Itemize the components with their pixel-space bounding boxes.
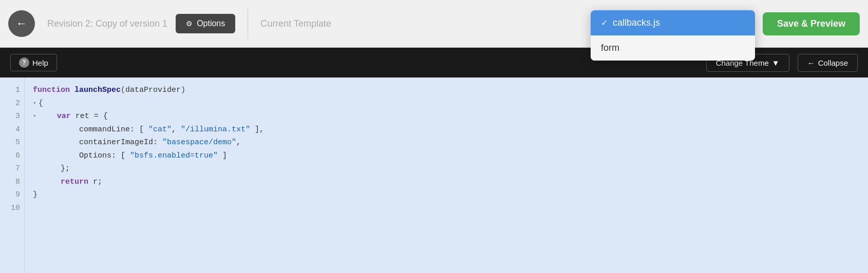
- vertical-separator: [248, 8, 248, 39]
- code-line-8: return r;: [33, 176, 860, 189]
- str-bsfs: "bsfs.enabled=true": [130, 149, 218, 163]
- back-button[interactable]: ←: [8, 10, 35, 37]
- dropdown-item-form[interactable]: form: [591, 35, 755, 61]
- code-line-6: Options: [ "bsfs.enabled=true" ]: [33, 149, 860, 163]
- editor-area: 1 2 3 4 5 6 7 8 9 10 function launchSpec…: [0, 77, 868, 273]
- code-content[interactable]: function launchSpec(dataProvider) ▾{ ▾ v…: [25, 77, 868, 273]
- revision-title: Revision 2: Copy of version 1: [47, 18, 167, 29]
- ret-var: ret = {: [76, 110, 108, 123]
- var-keyword: var: [57, 110, 76, 123]
- line-num-7: 7: [6, 162, 20, 176]
- line-num-9: 9: [6, 188, 20, 202]
- fold-marker-3[interactable]: ▾: [33, 111, 36, 121]
- options-button[interactable]: ⚙ Options: [176, 14, 235, 33]
- keyword-function: function: [33, 84, 74, 97]
- dropdown-item-callbacks[interactable]: ✓ callbacks.js: [591, 10, 755, 35]
- help-icon: ?: [19, 57, 29, 68]
- line-num-4: 4: [6, 123, 20, 136]
- back-arrow-icon: ←: [16, 17, 27, 30]
- top-toolbar: ← Revision 2: Copy of version 1 ⚙ Option…: [0, 0, 868, 48]
- code-line-4: commandLine: [ "cat", "/illumina.txt" ],: [33, 123, 860, 136]
- line-num-1: 1: [6, 84, 20, 97]
- checkmark-icon: ✓: [601, 18, 608, 28]
- close-brace: };: [61, 162, 70, 176]
- brace-close: }: [33, 188, 37, 202]
- save-preview-button[interactable]: Save & Preview: [763, 12, 860, 35]
- gear-icon: ⚙: [186, 20, 193, 28]
- code-line-10: [33, 202, 860, 215]
- str-image: "basespace/demo": [162, 136, 236, 149]
- options-label: Options: [197, 19, 225, 28]
- chevron-down-icon: ▼: [772, 59, 780, 67]
- current-template-label: Current Template: [260, 18, 331, 29]
- punct2: ): [181, 84, 185, 97]
- line-num-5: 5: [6, 136, 20, 149]
- punct: (: [121, 84, 125, 97]
- code-line-2: ▾{: [33, 97, 860, 110]
- dropdown-item-label: form: [601, 43, 619, 53]
- collapse-label: Collapse: [818, 59, 848, 67]
- return-kw: return: [61, 176, 93, 189]
- fn-name: launchSpec: [74, 84, 121, 97]
- help-button[interactable]: ? Help: [10, 54, 57, 71]
- code-line-1: function launchSpec(dataProvider): [33, 84, 860, 97]
- line-num-8: 8: [6, 176, 20, 189]
- line-numbers: 1 2 3 4 5 6 7 8 9 10: [0, 77, 25, 273]
- line-num-10: 10: [6, 202, 20, 215]
- dropdown-item-label: callbacks.js: [613, 17, 660, 28]
- str-path: "/illumina.txt": [181, 123, 250, 136]
- str-cat: "cat": [148, 123, 172, 136]
- line-num-6: 6: [6, 149, 20, 163]
- code-line-9: }: [33, 188, 860, 202]
- collapse-button[interactable]: ← Collapse: [798, 54, 858, 72]
- line-num-3: 3: [6, 110, 20, 123]
- code-line-7: };: [33, 162, 860, 176]
- code-line-3: ▾ var ret = {: [33, 110, 860, 123]
- fold-marker-2[interactable]: ▾: [33, 99, 36, 108]
- collapse-arrow-icon: ←: [807, 59, 815, 67]
- ci-key: containerImageId:: [79, 136, 162, 149]
- help-label: Help: [32, 59, 48, 67]
- code-line-5: containerImageId: "basespace/demo",: [33, 136, 860, 149]
- ret-val: r;: [93, 176, 102, 189]
- brace-open: {: [39, 97, 43, 110]
- line-num-2: 2: [6, 97, 20, 110]
- cl-key: commandLine: [: [79, 123, 148, 136]
- opt-key: Options: [: [79, 149, 130, 163]
- file-dropdown: ✓ callbacks.js form: [591, 10, 755, 61]
- param: dataProvider: [125, 84, 181, 97]
